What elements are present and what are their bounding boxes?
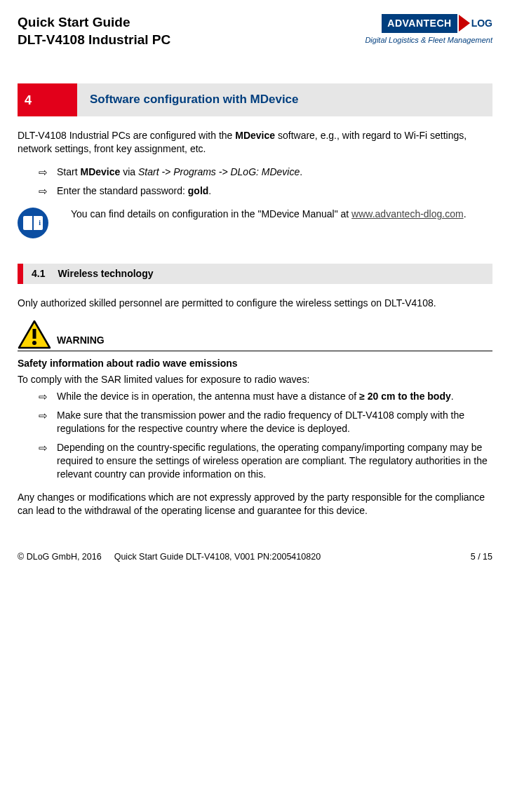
- subsection-title: Wireless technology: [58, 267, 153, 280]
- intro-bold: MDevice: [235, 130, 275, 141]
- footer-doc-id: Quick Start Guide DLT-V4108, V001 PN:200…: [114, 551, 321, 563]
- safety-bullets: While the device is in operation, the an…: [18, 390, 492, 480]
- s1-italic: Start -> Programs -> DLoG: MDevice: [138, 166, 300, 177]
- intro-pre: DLT-V4108 Industrial PCs are configured …: [18, 130, 235, 141]
- step-start-mdevice: Start MDevice via Start -> Programs -> D…: [39, 165, 492, 179]
- s2-end: .: [208, 185, 211, 196]
- svg-point-2: [32, 341, 36, 345]
- warning-icon: [18, 320, 51, 349]
- section-title: Software configuration with MDevice: [77, 83, 492, 116]
- section-4-steps: Start MDevice via Start -> Programs -> D…: [18, 165, 492, 198]
- footer-page-number: 5 / 15: [471, 551, 492, 563]
- svg-rect-1: [33, 329, 36, 339]
- section-number: 4: [18, 83, 77, 116]
- dlog-d-icon: [459, 15, 470, 32]
- info-end: .: [464, 208, 467, 219]
- footer-left: © DLoG GmbH, 2016 Quick Start Guide DLT-…: [18, 551, 321, 563]
- s1-mid: via: [120, 166, 138, 177]
- s2-pre: Enter the standard password:: [57, 185, 188, 196]
- subsection-number: 4.1: [32, 267, 45, 280]
- s1-bold: MDevice: [80, 166, 120, 177]
- step-enter-password: Enter the standard password: gold.: [39, 184, 492, 198]
- brand-logo: ADVANTECH LOG Digital Logistics & Fleet …: [365, 14, 492, 46]
- title-line-1: Quick Start Guide: [18, 15, 130, 29]
- bullet-country-regulations: Depending on the country-specific regula…: [39, 441, 492, 481]
- subsection-4-1-intro: Only authorized skilled personnel are pe…: [18, 297, 492, 310]
- page-header: Quick Start Guide DLT-V4108 Industrial P…: [18, 14, 492, 48]
- manual-icon: i: [18, 208, 48, 238]
- safety-heading: Safety information about radio wave emis…: [18, 357, 492, 370]
- dlog-text: LOG: [471, 17, 492, 30]
- section-4-intro: DLT-V4108 Industrial PCs are configured …: [18, 129, 492, 156]
- title-line-2: DLT-V4108 Industrial PC: [18, 32, 170, 47]
- closing-paragraph: Any changes or modifications which are n…: [18, 491, 492, 517]
- info-text: You can find details on configuration in…: [71, 208, 467, 221]
- b1-pre: While the device is in operation, the an…: [57, 391, 359, 402]
- info-pre: You can find details on configuration in…: [71, 208, 351, 219]
- info-callout: i You can find details on configuration …: [18, 208, 492, 238]
- logo-row: ADVANTECH LOG: [382, 14, 492, 33]
- warning-header: WARNING: [18, 320, 492, 351]
- bullet-transmission-power: Make sure that the transmission power an…: [39, 409, 492, 435]
- brand-tagline: Digital Logistics & Fleet Management: [365, 35, 492, 46]
- section-4-heading: 4 Software configuration with MDevice: [18, 83, 492, 116]
- s2-bold: gold: [188, 185, 209, 196]
- advantech-logo: ADVANTECH: [382, 14, 457, 33]
- s1-pre: Start: [57, 166, 80, 177]
- subsection-4-1-heading: 4.1 Wireless technology: [18, 264, 492, 284]
- footer-copyright: © DLoG GmbH, 2016: [18, 551, 102, 563]
- b1-bold: ≥ 20 cm to the body: [359, 391, 451, 402]
- warning-label: WARNING: [57, 334, 105, 347]
- document-title: Quick Start Guide DLT-V4108 Industrial P…: [18, 14, 170, 48]
- bullet-antenna-distance: While the device is in operation, the an…: [39, 390, 492, 403]
- dlog-logo: LOG: [459, 14, 492, 33]
- manual-link[interactable]: www.advantech-dlog.com: [351, 208, 464, 219]
- s1-end: .: [300, 166, 302, 177]
- sar-intro: To comply with the SAR limited values fo…: [18, 373, 492, 386]
- page-footer: © DLoG GmbH, 2016 Quick Start Guide DLT-…: [18, 551, 492, 563]
- b1-end: .: [451, 391, 454, 402]
